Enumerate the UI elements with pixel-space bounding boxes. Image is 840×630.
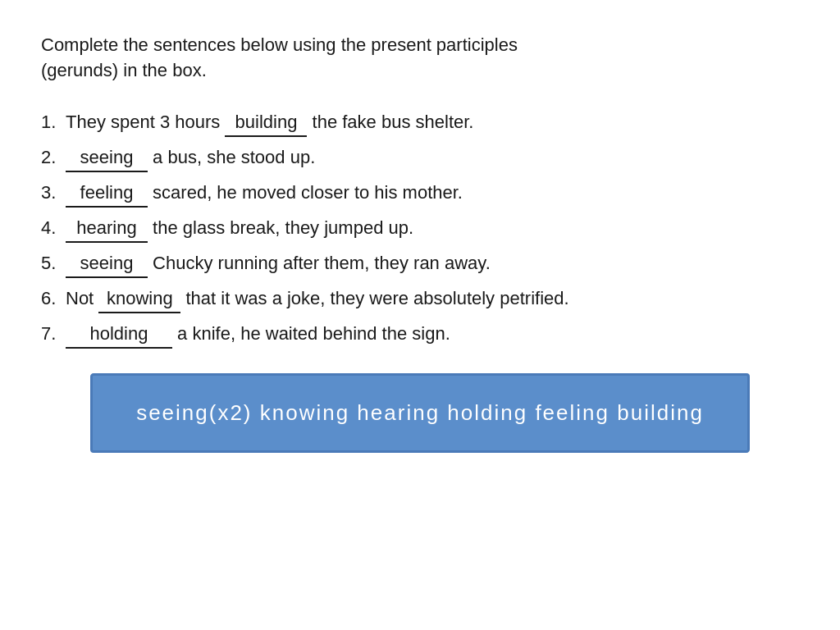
sentence-num-1: 1. bbox=[41, 108, 66, 135]
blank-word-7: holding bbox=[66, 320, 172, 349]
instructions-line1: Complete the sentences below using the p… bbox=[41, 33, 799, 58]
sentence-num-2: 2. bbox=[41, 144, 66, 171]
sentence-num-4: 4. bbox=[41, 214, 66, 241]
sentence-num-7: 7. bbox=[41, 320, 66, 347]
sentence-item-3: 3.feeling scared, he moved closer to his… bbox=[41, 179, 799, 208]
sentence-item-5: 5.seeing Chucky running after them, they… bbox=[41, 249, 799, 278]
sentences-list: 1.They spent 3 hours building the fake b… bbox=[41, 108, 799, 349]
sentence-text-3: feeling scared, he moved closer to his m… bbox=[66, 179, 463, 208]
blank-word-4: hearing bbox=[66, 214, 148, 243]
sentence-text-1: They spent 3 hours building the fake bus… bbox=[66, 108, 473, 137]
word-box-content: seeing(x2) knowing hearing holding feeli… bbox=[136, 400, 704, 425]
blank-word-2: seeing bbox=[66, 144, 148, 172]
sentence-item-7: 7.holding a knife, he waited behind the … bbox=[41, 320, 799, 349]
instructions-line2: (gerunds) in the box. bbox=[41, 58, 799, 84]
word-box: seeing(x2) knowing hearing holding feeli… bbox=[90, 373, 750, 453]
sentence-item-2: 2.seeing a bus, she stood up. bbox=[41, 144, 799, 172]
blank-word-5: seeing bbox=[66, 249, 148, 278]
instructions: Complete the sentences below using the p… bbox=[41, 33, 799, 84]
sentence-item-4: 4.hearing the glass break, they jumped u… bbox=[41, 214, 799, 243]
sentence-text-2: seeing a bus, she stood up. bbox=[66, 144, 315, 172]
sentence-text-7: holding a knife, he waited behind the si… bbox=[66, 320, 450, 349]
sentence-num-3: 3. bbox=[41, 179, 66, 206]
sentence-text-5: seeing Chucky running after them, they r… bbox=[66, 249, 491, 278]
sentence-num-5: 5. bbox=[41, 249, 66, 276]
blank-word-1: building bbox=[225, 108, 307, 137]
sentence-item-6: 6.Not knowing that it was a joke, they w… bbox=[41, 285, 799, 313]
sentence-num-6: 6. bbox=[41, 285, 66, 312]
sentence-item-1: 1.They spent 3 hours building the fake b… bbox=[41, 108, 799, 137]
blank-word-3: feeling bbox=[66, 179, 148, 208]
sentence-text-6: Not knowing that it was a joke, they wer… bbox=[66, 285, 569, 313]
page: Complete the sentences below using the p… bbox=[0, 0, 840, 502]
sentence-text-4: hearing the glass break, they jumped up. bbox=[66, 214, 413, 243]
blank-word-6: knowing bbox=[98, 285, 180, 313]
